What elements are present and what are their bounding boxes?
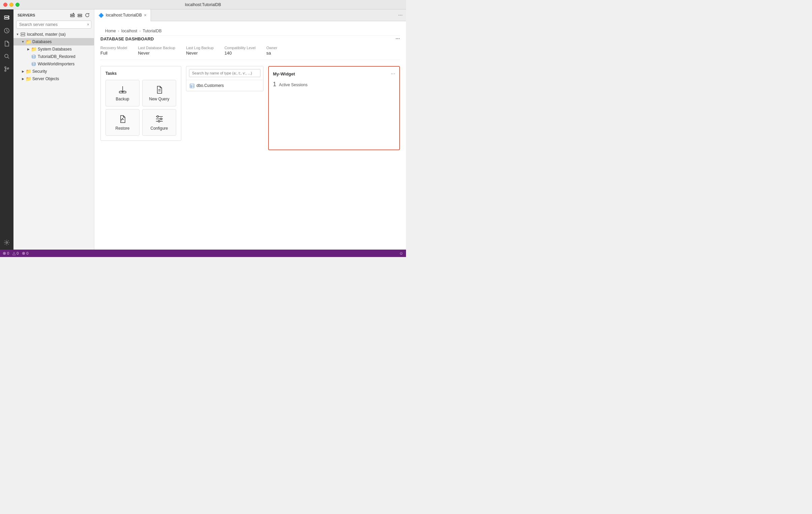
breadcrumb-sep-1: ›: [118, 29, 119, 33]
add-server-icon[interactable]: [77, 12, 83, 18]
object-name: dbo.Customers: [197, 83, 224, 88]
search-clear-icon[interactable]: ×: [87, 22, 89, 27]
caret-down-icon: ▼: [20, 40, 26, 43]
activity-bar: [0, 9, 13, 250]
titlebar: localhost:TutorialDB: [0, 0, 406, 9]
breadcrumb: Home › localhost › TutorialDB: [100, 27, 400, 36]
refresh-icon[interactable]: [85, 12, 90, 18]
tree-item-security[interactable]: ▶ 📁 Security: [13, 68, 94, 75]
server-icon: [20, 32, 26, 37]
breadcrumb-home[interactable]: Home: [105, 29, 116, 33]
traffic-lights: [3, 3, 20, 7]
stat-last-log-backup-label: Last Log Backup: [186, 46, 213, 50]
tree-item-databases[interactable]: ▼ 📁 Databases: [13, 38, 94, 46]
sidebar-item-history[interactable]: [1, 25, 12, 36]
svg-rect-16: [78, 14, 82, 15]
close-button[interactable]: [3, 3, 7, 7]
status-smiley[interactable]: ☺: [399, 251, 403, 256]
search-input[interactable]: [16, 21, 91, 29]
stat-compatibility: Compatibility Level 140: [224, 46, 255, 56]
wwi-label: WideWorldImporters: [38, 62, 75, 66]
tree-item-localhost[interactable]: ▼ localhost, master (sa): [13, 31, 94, 38]
app-body: SERVERS: [0, 9, 406, 250]
new-query-button[interactable]: New Query: [142, 80, 176, 107]
restore-button[interactable]: Restore: [106, 109, 140, 136]
system-databases-label: System Databases: [38, 47, 72, 52]
maximize-button[interactable]: [16, 3, 20, 7]
breadcrumb-localhost[interactable]: localhost: [121, 29, 137, 33]
objects-search-area: [186, 66, 263, 80]
tab-more-button[interactable]: ···: [395, 12, 406, 18]
new-query-label: New Query: [149, 97, 169, 101]
dashboard-title-text: DATABASE DASHBOARD: [100, 36, 154, 41]
tab-label: localhost:TutorialDB: [106, 13, 142, 18]
svg-point-8: [5, 70, 6, 71]
dashboard-more-button[interactable]: ···: [396, 36, 400, 42]
configure-label: Configure: [150, 126, 168, 131]
tab-close-button[interactable]: ×: [144, 13, 147, 18]
new-query-icon: [155, 85, 164, 94]
active-sessions-count: 1: [273, 81, 276, 88]
server-tree: ▼ localhost, master (sa) ▼ 📁 Databases ▶: [13, 31, 94, 250]
status-info: ⊗ 0: [22, 251, 28, 256]
tab-db-icon: 🔷: [98, 13, 104, 18]
backup-button[interactable]: Backup: [106, 80, 140, 107]
new-connection-icon[interactable]: [70, 12, 75, 18]
tree-item-system-databases[interactable]: ▶ 📁 System Databases: [13, 46, 94, 53]
caret-right-icon: ▶: [20, 70, 26, 73]
minimize-button[interactable]: [9, 3, 13, 7]
dashboard-title: DATABASE DASHBOARD ···: [100, 36, 400, 42]
database-icon: [31, 61, 36, 67]
list-item[interactable]: dbo.Customers: [186, 82, 263, 90]
breadcrumb-tutorialdb[interactable]: TutorialDB: [143, 29, 162, 33]
tab-bar: 🔷 localhost:TutorialDB × ···: [94, 9, 406, 21]
tree-item-server-objects[interactable]: ▶ 📁 Server Objects: [13, 75, 94, 83]
folder-icon: 📁: [31, 47, 36, 52]
status-bar: ⊗ 0 △ 0 ⊗ 0 ☺: [0, 250, 406, 257]
svg-rect-12: [70, 14, 75, 15]
sidebar-header: SERVERS: [13, 9, 94, 19]
sidebar-item-files[interactable]: [1, 38, 12, 49]
folder-icon: 📁: [26, 76, 31, 82]
tree-item-tutorialdb-restored[interactable]: TutorialDB_Restored: [13, 53, 94, 60]
tab-tutorialdb[interactable]: 🔷 localhost:TutorialDB ×: [94, 9, 151, 21]
restore-icon: [118, 114, 127, 123]
sidebar-item-search[interactable]: [1, 51, 12, 62]
database-icon: [31, 54, 36, 59]
stat-owner: Owner sa: [266, 46, 277, 56]
svg-point-21: [32, 62, 35, 64]
svg-rect-13: [70, 16, 75, 17]
stat-last-db-backup-value: Never: [138, 51, 175, 56]
widget-stat: 1 Active Sessions: [273, 81, 395, 88]
sidebar: SERVERS: [13, 9, 94, 250]
objects-panel: dbo.Customers: [186, 66, 263, 91]
svg-point-26: [157, 116, 158, 118]
dashboard: Home › localhost › TutorialDB DATABASE D…: [94, 21, 406, 250]
sidebar-item-servers[interactable]: [1, 12, 12, 24]
info-count: 0: [26, 251, 28, 255]
configure-button[interactable]: Configure: [142, 109, 176, 136]
widget-more-button[interactable]: ···: [391, 71, 395, 77]
svg-point-20: [32, 55, 35, 56]
svg-line-6: [8, 57, 9, 59]
folder-icon: 📁: [26, 39, 31, 44]
tree-item-wwi[interactable]: WideWorldImporters: [13, 60, 94, 68]
settings-icon[interactable]: [1, 238, 12, 250]
databases-label: Databases: [32, 39, 52, 44]
restore-label: Restore: [115, 126, 129, 131]
active-sessions-label: Active Sessions: [279, 83, 308, 87]
svg-point-5: [5, 54, 8, 58]
backup-icon: [118, 85, 127, 94]
warning-icon: △: [12, 251, 16, 256]
stat-owner-label: Owner: [266, 46, 277, 50]
objects-search-input[interactable]: [189, 69, 260, 77]
warning-count: 0: [17, 251, 19, 255]
status-errors: ⊗ 0: [3, 251, 9, 256]
stat-recovery-model-value: Full: [100, 51, 127, 56]
stat-recovery-model-label: Recovery Model: [100, 46, 127, 50]
folder-icon: 📁: [26, 69, 31, 74]
search-box: ×: [16, 21, 91, 29]
sidebar-item-git[interactable]: [1, 63, 12, 75]
svg-point-11: [6, 242, 8, 244]
table-icon: [190, 83, 195, 88]
